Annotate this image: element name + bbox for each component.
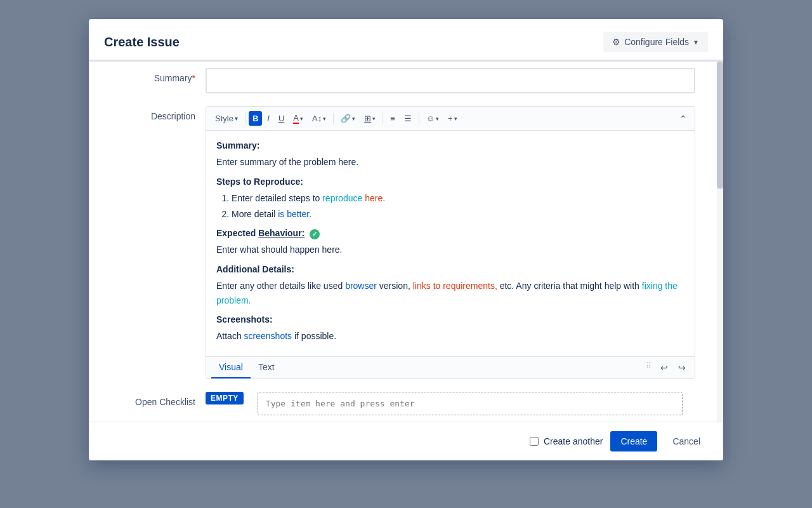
- checklist-field-row: Open Checklist EMPTY: [89, 385, 723, 422]
- editor-content-area[interactable]: Summary: Enter summary of the problem he…: [206, 131, 695, 356]
- check-icon: ✓: [310, 229, 320, 239]
- expected-body-text: Enter what should happen here.: [216, 243, 684, 257]
- create-another-text: Create another: [544, 436, 603, 446]
- italic-button[interactable]: I: [263, 111, 273, 126]
- resize-handle-icon: ⠿: [643, 360, 654, 375]
- step-1: Enter detailed steps to reproduce here.: [232, 191, 684, 205]
- checklist-input-container: [258, 392, 683, 415]
- links-text: links to requirements,: [413, 281, 497, 291]
- additional-body-text: Enter any other details like used browse…: [216, 279, 684, 307]
- gear-icon: ⚙: [612, 37, 620, 47]
- link-button[interactable]: 🔗 ▾: [337, 111, 359, 126]
- modal-body: Summary* Description Style ▾: [89, 62, 723, 422]
- more-icon: +: [448, 114, 453, 123]
- editor-tab-group: Visual Text: [211, 357, 282, 378]
- table-button[interactable]: ⊞ ▾: [360, 111, 379, 126]
- redo-button[interactable]: ↪: [674, 360, 690, 375]
- additional-heading: Additional Details:: [216, 262, 684, 276]
- screenshots-body-text: Attach screenshots if possible.: [216, 329, 684, 343]
- create-another-label[interactable]: Create another: [530, 436, 603, 446]
- configure-fields-button[interactable]: ⚙ Configure Fields ▼: [603, 32, 708, 52]
- bullet-list-icon: ≡: [390, 114, 395, 123]
- screenshots-link-text: screenshots: [244, 331, 292, 341]
- expected-heading: Expected Behaviour: ✓: [216, 226, 684, 240]
- ordered-list-icon: ☰: [404, 114, 412, 123]
- ordered-list-button[interactable]: ☰: [400, 111, 416, 126]
- cancel-button[interactable]: Cancel: [665, 431, 708, 451]
- step-2: More detail is better.: [232, 207, 684, 221]
- style-dropdown-button[interactable]: Style ▾: [211, 111, 242, 126]
- modal-header: Create Issue ⚙ Configure Fields ▼: [89, 19, 723, 60]
- description-label: Description: [104, 106, 206, 121]
- toolbar-divider-3: [383, 113, 383, 124]
- scrollbar-track: [717, 62, 723, 422]
- steps-list: Enter detailed steps to reproduce here. …: [232, 191, 684, 221]
- bold-button[interactable]: B: [249, 111, 262, 126]
- summary-heading: Summary:: [216, 138, 684, 152]
- tab-visual[interactable]: Visual: [211, 357, 251, 378]
- collapse-icon: ⌃: [679, 114, 687, 124]
- chevron-down-icon: ▼: [693, 39, 699, 46]
- create-issue-modal: Create Issue ⚙ Configure Fields ▼ Summar…: [89, 19, 723, 460]
- link-icon: 🔗: [341, 114, 351, 123]
- text-color-chevron: ▾: [300, 116, 303, 122]
- underline-button[interactable]: U: [275, 111, 288, 126]
- undo-button[interactable]: ↩: [657, 360, 672, 375]
- modal-overlay: Create Issue ⚙ Configure Fields ▼ Summar…: [0, 0, 812, 508]
- underline-icon: U: [278, 114, 284, 123]
- emoji-button[interactable]: ☺ ▾: [422, 111, 443, 126]
- style-chevron-icon: ▾: [235, 115, 238, 122]
- style-label: Style: [215, 114, 233, 123]
- italic-icon: I: [267, 114, 270, 123]
- toolbar-collapse-button[interactable]: ⌃: [677, 111, 690, 126]
- behaviour-text: Behaviour:: [258, 228, 304, 238]
- is-better-text: is better.: [278, 209, 311, 219]
- toolbar-divider-1: [245, 113, 246, 124]
- browser-link-text: browser: [345, 281, 377, 291]
- font-size-button[interactable]: A↕ ▾: [308, 111, 330, 126]
- screenshots-heading: Screenshots:: [216, 312, 684, 326]
- reproduce-link-text: reproduce: [322, 193, 362, 203]
- summary-label: Summary*: [104, 68, 206, 83]
- font-size-chevron: ▾: [323, 116, 326, 122]
- summary-field-content: [206, 68, 695, 93]
- font-size-icon: A↕: [312, 114, 322, 123]
- description-editor: Style ▾ B I U: [206, 106, 695, 379]
- summary-body-text: Enter summary of the problem here.: [216, 155, 684, 169]
- steps-heading: Steps to Reproduce:: [216, 175, 684, 189]
- here-text: here.: [365, 193, 385, 203]
- editor-tab-actions: ⠿ ↩ ↪: [643, 358, 690, 378]
- table-icon: ⊞: [364, 114, 371, 123]
- create-button[interactable]: Create: [610, 431, 657, 451]
- required-asterisk: *: [192, 73, 195, 83]
- modal-title: Create Issue: [104, 35, 180, 50]
- create-another-checkbox[interactable]: [530, 437, 539, 446]
- emoji-icon: ☺: [426, 114, 435, 123]
- toolbar-divider-4: [419, 113, 419, 124]
- empty-badge: EMPTY: [206, 392, 244, 404]
- more-button[interactable]: + ▾: [444, 111, 461, 126]
- description-field-content: Style ▾ B I U: [206, 106, 695, 379]
- text-color-icon: A: [293, 113, 299, 124]
- summary-input[interactable]: [206, 68, 695, 93]
- bullet-list-button[interactable]: ≡: [386, 111, 399, 126]
- bold-icon: B: [252, 114, 258, 123]
- text-color-button[interactable]: A ▾: [289, 110, 307, 126]
- table-chevron: ▾: [372, 116, 376, 122]
- summary-field-row: Summary*: [89, 62, 723, 100]
- open-checklist-label: Open Checklist: [104, 392, 206, 407]
- checklist-content: EMPTY: [206, 392, 695, 415]
- editor-tabs-bar: Visual Text ⠿ ↩ ↪: [206, 356, 695, 378]
- toolbar-divider-2: [333, 113, 334, 124]
- description-field-row: Description Style ▾ B: [89, 100, 723, 385]
- modal-footer: Create another Create Cancel: [89, 422, 723, 460]
- tab-text[interactable]: Text: [251, 357, 282, 378]
- link-chevron: ▾: [352, 116, 355, 122]
- emoji-chevron: ▾: [436, 116, 439, 122]
- configure-fields-label: Configure Fields: [624, 37, 689, 47]
- more-chevron: ▾: [454, 116, 457, 122]
- scrollbar-thumb[interactable]: [717, 62, 723, 189]
- checklist-input[interactable]: [258, 392, 682, 415]
- editor-toolbar: Style ▾ B I U: [206, 107, 695, 131]
